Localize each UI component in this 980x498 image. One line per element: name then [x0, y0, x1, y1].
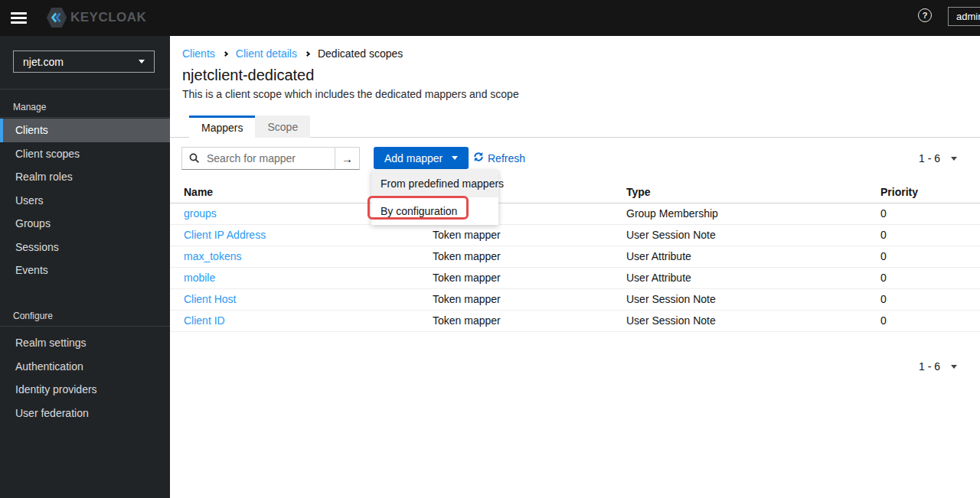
menu-item-by-configuration[interactable]: By configuration: [371, 197, 498, 225]
refresh-label: Refresh: [488, 152, 525, 164]
breadcrumb: Clients Client details Dedicated scopes: [182, 47, 403, 60]
mapper-link-mobile[interactable]: mobile: [184, 272, 215, 284]
manage-nav-list: Clients Client scopes Realm roles Users …: [0, 119, 170, 282]
configure-nav-list: Realm settings Authentication Identity p…: [0, 331, 170, 425]
caret-down-icon: [951, 157, 957, 161]
divider: [0, 326, 170, 327]
refresh-button[interactable]: Refresh: [473, 151, 525, 164]
mapper-link-max-tokens[interactable]: max_tokens: [184, 250, 241, 262]
main-content: Clients Client details Dedicated scopes …: [170, 36, 980, 498]
breadcrumb-current: Dedicated scopes: [318, 47, 403, 60]
sidebar-item-identity-providers[interactable]: Identity providers: [0, 378, 170, 402]
search-group: →: [181, 147, 360, 170]
sidebar-item-authentication[interactable]: Authentication: [0, 355, 170, 379]
caret-down-icon: [452, 156, 458, 160]
mapper-link-client-host[interactable]: Client Host: [184, 293, 236, 305]
sidebar-item-clients[interactable]: Clients: [0, 119, 170, 142]
hamburger-icon: [11, 12, 27, 15]
user-menu-button[interactable]: admin: [948, 7, 980, 26]
column-header-type[interactable]: Type: [626, 182, 880, 203]
help-icon[interactable]: ?: [918, 8, 932, 22]
pagination-range: 1 - 6: [919, 152, 940, 164]
masthead: KEYCLOAK ? admin: [0, 0, 980, 36]
mapper-link-client-ip-address[interactable]: Client IP Address: [184, 229, 266, 241]
breadcrumb-client-details[interactable]: Client details: [236, 47, 297, 60]
tab-mappers[interactable]: Mappers: [189, 116, 255, 138]
breadcrumb-clients[interactable]: Clients: [182, 47, 215, 60]
nav-section-configure: Configure: [13, 311, 53, 321]
divider: [0, 117, 170, 118]
nav-toggle-button[interactable]: [11, 9, 32, 26]
table-header-row: Name Type Priority: [170, 182, 980, 203]
pagination-bottom[interactable]: 1 - 6: [919, 360, 957, 373]
table-row: Client IP Address Token mapper User Sess…: [170, 224, 980, 246]
realm-selector[interactable]: njet.com: [13, 50, 155, 73]
refresh-icon: [473, 151, 484, 164]
menu-item-from-predefined-mappers[interactable]: From predefined mappers: [371, 170, 498, 197]
table-row: groups Group Membership 0: [170, 203, 980, 224]
add-mapper-dropdown-menu: From predefined mappers By configuration: [371, 170, 498, 225]
divider: [0, 89, 170, 90]
caret-down-icon: [951, 365, 957, 369]
chevron-right-icon: [223, 50, 228, 56]
sidebar-item-events[interactable]: Events: [0, 259, 170, 282]
sidebar-item-user-federation[interactable]: User federation: [0, 402, 170, 425]
add-mapper-label: Add mapper: [384, 152, 443, 164]
table-row: Client Host Token mapper User Session No…: [170, 288, 980, 310]
sidebar-item-realm-settings[interactable]: Realm settings: [0, 331, 170, 355]
search-input[interactable]: [181, 147, 335, 170]
sidebar-item-client-scopes[interactable]: Client scopes: [0, 142, 170, 166]
tab-bar: Mappers Scope: [170, 116, 980, 138]
keycloak-hexagon-icon: [46, 7, 67, 28]
chevron-right-icon: [305, 50, 310, 56]
sidebar-item-groups[interactable]: Groups: [0, 212, 170, 236]
sidebar-item-sessions[interactable]: Sessions: [0, 236, 170, 259]
table-row: mobile Token mapper User Attribute 0: [170, 267, 980, 288]
tab-scope[interactable]: Scope: [255, 116, 310, 138]
pagination-range: 1 - 6: [919, 360, 940, 373]
page-title: njetclient-dedicated: [182, 67, 314, 84]
brand-text: KEYCLOAK: [70, 10, 146, 25]
realm-name: njet.com: [23, 56, 64, 68]
search-icon: [189, 153, 200, 167]
pagination-top[interactable]: 1 - 6: [919, 152, 957, 164]
mappers-table: Name Type Priority groups Group Membersh…: [170, 182, 980, 332]
keycloak-logo: KEYCLOAK: [46, 7, 146, 28]
page-subtitle: This is a client scope which includes th…: [182, 88, 519, 100]
add-mapper-button[interactable]: Add mapper: [374, 147, 469, 169]
chevron-down-icon: [139, 60, 145, 63]
sidebar-item-users[interactable]: Users: [0, 189, 170, 213]
sidebar-item-realm-roles[interactable]: Realm roles: [0, 165, 170, 189]
table-row: Client ID Token mapper User Session Note…: [170, 310, 980, 331]
arrow-right-icon: →: [341, 152, 353, 165]
column-header-priority[interactable]: Priority: [880, 182, 980, 203]
mapper-link-client-id[interactable]: Client ID: [184, 314, 225, 327]
sidebar: njet.com Manage Clients Client scopes Re…: [0, 36, 170, 498]
nav-section-manage: Manage: [13, 102, 46, 112]
search-submit-button[interactable]: →: [335, 147, 360, 170]
table-row: max_tokens Token mapper User Attribute 0: [170, 246, 980, 267]
mapper-link-groups[interactable]: groups: [184, 207, 217, 220]
